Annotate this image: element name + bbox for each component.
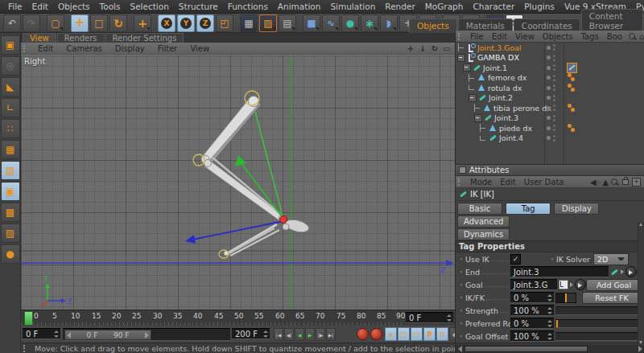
search-icon[interactable] [611,179,617,185]
viewport-canvas[interactable]: Z Y Z [21,55,455,311]
tag-column[interactable] [567,124,576,133]
tab-basic[interactable]: Basic [457,203,502,215]
tag-column[interactable] [567,84,576,92]
tab-display[interactable]: Display [554,203,599,215]
anim-dot[interactable] [459,269,464,274]
tree-row-rotuladx[interactable]: rotula dx [456,83,644,93]
selection-filter-button[interactable]: ● [1,244,20,264]
attr-menu-mode[interactable]: Mode [466,178,496,187]
scale-tool-button[interactable]: □ [90,14,108,32]
visibility-dots[interactable] [547,135,555,142]
viewport-menu-edit[interactable]: Edit [31,44,60,53]
collapse-expander[interactable] [474,114,482,122]
previous-frame-button[interactable]: ◀| [284,328,294,341]
visibility-dots[interactable] [547,84,555,91]
add-deformer-button[interactable]: ◗ [380,14,398,32]
undo-button[interactable]: ↶ [3,14,21,32]
scroll-right-arrow[interactable] [638,346,642,352]
range-right-handle[interactable] [145,332,149,339]
viewport-pan-icon[interactable]: + [406,43,415,53]
ik-tag-selected[interactable] [567,63,577,73]
lock-icon[interactable] [622,179,629,185]
menu-grip[interactable] [458,179,464,186]
timeline-ruler[interactable]: 0 5 10 15 20 25 30 35 40 45 50 55 60 65 … [21,310,455,326]
collapse-expander[interactable] [463,64,471,72]
menu-functions[interactable]: Functions [223,1,273,12]
strength-slider[interactable] [555,306,640,315]
ik-solver-dropdown[interactable]: 2D [593,253,629,265]
record-pla-button[interactable]: ∷ [436,327,448,341]
tag-column[interactable] [567,63,577,73]
object-tags[interactable] [567,73,576,82]
menu-grip[interactable] [23,45,29,52]
spinner[interactable] [547,333,552,340]
tag-column[interactable] [567,73,576,82]
om-menu-objects[interactable]: Objects [539,32,577,41]
frame-range-slider[interactable]: 0 F 90 F [63,328,230,341]
menu-structure[interactable]: Structure [174,1,223,12]
om-menu-tags[interactable]: Tags [577,32,603,41]
visibility-dots[interactable] [547,64,555,71]
menu-tools[interactable]: Tools [95,1,126,12]
viewport-rotate-icon[interactable]: ↻ [430,43,440,53]
spinner[interactable] [547,320,552,327]
anim-dot[interactable] [459,282,464,287]
parent-object-icon[interactable]: ▲ [602,178,609,187]
goal-field[interactable]: Joint.3.G [510,279,557,290]
record-keyframe-button[interactable] [357,328,369,340]
total-frames-field[interactable]: 200 F [232,328,270,339]
workplane-mode-button[interactable]: ◣ [1,77,20,96]
spinner[interactable] [547,294,552,302]
record-position-button[interactable]: + [385,327,397,341]
tree-row-piededx[interactable]: piede dx [456,123,644,133]
use-ik-checkbox[interactable]: ✓ [510,254,521,265]
add-goal-button[interactable]: Add Goal [586,279,642,291]
attr-menu-userdata[interactable]: User Data [520,178,568,187]
end-field[interactable]: Joint.3 [510,266,609,277]
attributes-vertical-scrollbar[interactable] [638,222,644,345]
end-pick-button[interactable] [625,266,637,277]
menu-edit[interactable]: Edit [27,1,53,12]
ruler-frame-field[interactable]: 0 F [406,312,453,323]
menu-file[interactable]: File [3,1,27,12]
tree-row-joint2[interactable]: Joint.2 [456,93,644,104]
visibility-dots[interactable] [547,115,555,121]
ik-goal-point[interactable] [280,216,287,224]
lock-z-button[interactable]: Z [196,14,214,32]
field-caret[interactable] [570,282,573,287]
viewport-toggle-icon[interactable]: ▭ [442,43,452,53]
menu-animation[interactable]: Animation [273,1,326,12]
next-frame-button[interactable]: |▶ [316,328,325,341]
spinner[interactable] [54,330,59,338]
tree-row-femoredx[interactable]: femore dx [456,73,644,84]
visibility-dots[interactable] [547,125,555,131]
strength-field[interactable]: 100 % [510,305,554,316]
menu-mograph[interactable]: MoGraph [420,1,469,12]
collapse-expander[interactable] [469,94,477,102]
object-tags[interactable] [567,124,576,133]
tree-row-joint4[interactable]: Joint.4 [456,133,644,144]
om-menu-view[interactable]: View [511,32,539,41]
goal-offset-slider[interactable] [555,332,640,341]
new-attribute-manager-icon[interactable]: + [632,178,641,187]
frame-range-active[interactable]: 0 F 90 F [64,330,151,340]
object-axis-mode-button[interactable]: ∟ [1,98,20,117]
om-menu-file[interactable]: File [466,32,488,41]
last-used-tool-button[interactable]: + [134,14,151,32]
spinner[interactable] [263,330,268,338]
goal-pick-button[interactable] [575,279,586,290]
model-mode-button[interactable]: ◎ [1,56,20,76]
menu-selection[interactable]: Selection [125,1,173,12]
make-editable-button[interactable]: ▣ [1,35,20,55]
tab-objects[interactable]: Objects [409,18,457,33]
tab-advanced[interactable]: Advanced [457,215,510,228]
visibility-dots[interactable] [547,75,555,81]
lock-y-button[interactable]: Y [177,14,195,32]
play-button[interactable]: ▶ [305,328,315,341]
texture-axis-mode-button[interactable]: ▨ [1,224,20,243]
points-mode-button[interactable]: ∷ [1,119,20,138]
ikfk-mini-slider[interactable] [555,293,576,303]
lock-x-button[interactable]: X [158,14,175,32]
render-menu-button[interactable]: ▤ [279,14,296,32]
viewport-menu-cameras[interactable]: Cameras [60,44,108,53]
